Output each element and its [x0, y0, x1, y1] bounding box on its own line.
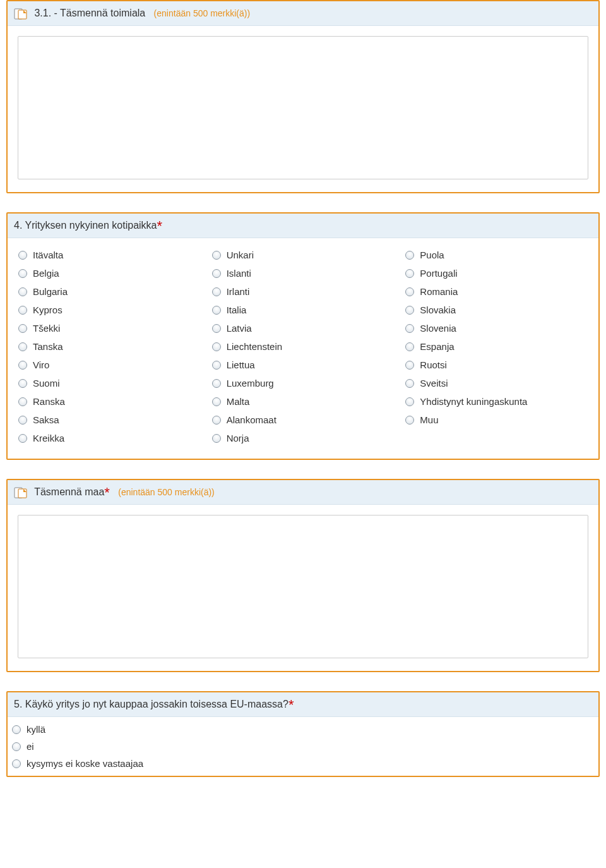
- required-mark: *: [104, 485, 110, 500]
- radio-icon[interactable]: [211, 287, 222, 297]
- country-option[interactable]: Suomi: [16, 374, 203, 392]
- country-option[interactable]: Muu: [403, 411, 590, 429]
- radio-icon[interactable]: [211, 378, 222, 389]
- country-option[interactable]: Bulgaria: [16, 282, 203, 301]
- svg-point-2: [19, 251, 27, 259]
- country-option[interactable]: Malta: [210, 392, 396, 411]
- svg-point-16: [212, 306, 220, 314]
- country-option[interactable]: Unkari: [210, 246, 396, 264]
- radio-icon[interactable]: [405, 287, 415, 297]
- radio-icon[interactable]: [405, 415, 415, 425]
- radio-icon[interactable]: [405, 360, 415, 370]
- radio-icon[interactable]: [11, 725, 21, 735]
- radio-icon[interactable]: [405, 268, 415, 279]
- svg-point-21: [212, 397, 220, 406]
- radio-icon[interactable]: [211, 342, 222, 352]
- country-option-label: Slovakia: [420, 304, 456, 315]
- radio-icon[interactable]: [18, 415, 28, 425]
- country-option[interactable]: Liechtenstein: [210, 337, 396, 356]
- q5-option[interactable]: ei: [10, 738, 596, 755]
- country-option[interactable]: Espanja: [403, 337, 590, 356]
- radio-icon[interactable]: [18, 250, 28, 260]
- radio-icon[interactable]: [18, 268, 28, 279]
- country-option[interactable]: Viro: [16, 356, 203, 374]
- q5-option[interactable]: kyllä: [10, 721, 596, 738]
- specify-country-block: Täsmennä maa* (enintään 500 merkki(ä)): [6, 479, 600, 672]
- country-option[interactable]: Kreikka: [16, 429, 203, 447]
- country-option[interactable]: Puola: [403, 246, 590, 264]
- radio-icon[interactable]: [11, 759, 21, 769]
- radio-icon[interactable]: [405, 250, 415, 260]
- radio-icon[interactable]: [211, 397, 222, 407]
- country-option[interactable]: Latvia: [210, 319, 396, 337]
- radio-icon[interactable]: [18, 360, 28, 370]
- country-option[interactable]: Norja: [210, 429, 396, 447]
- country-option-label: Unkari: [227, 250, 254, 260]
- radio-icon[interactable]: [211, 268, 222, 279]
- radio-icon[interactable]: [18, 323, 28, 334]
- radio-icon[interactable]: [211, 360, 222, 370]
- radio-icon[interactable]: [18, 433, 28, 443]
- country-option[interactable]: Portugali: [403, 264, 590, 282]
- country-option[interactable]: Slovakia: [403, 301, 590, 319]
- country-option[interactable]: Itävalta: [16, 246, 203, 264]
- country-option[interactable]: Saksa: [16, 411, 203, 429]
- radio-icon[interactable]: [405, 323, 415, 334]
- country-option-label: Sveitsi: [420, 378, 448, 389]
- radio-icon[interactable]: [211, 323, 222, 334]
- industry-textarea[interactable]: [18, 36, 588, 179]
- radio-icon[interactable]: [211, 305, 222, 315]
- country-option[interactable]: Tšekki: [16, 319, 203, 337]
- radio-icon[interactable]: [405, 305, 415, 315]
- country-column-1: ItävaltaBelgiaBulgariaKyprosTšekkiTanska…: [16, 246, 203, 447]
- specify-country-header: Täsmennä maa* (enintään 500 merkki(ä)): [8, 480, 598, 505]
- svg-point-3: [19, 269, 27, 277]
- radio-icon[interactable]: [18, 397, 28, 407]
- country-option-label: Irlanti: [227, 286, 250, 297]
- radio-icon[interactable]: [18, 378, 28, 389]
- country-option-label: Italia: [227, 304, 247, 315]
- country-option-label: Yhdistynyt kuningaskunta: [420, 396, 527, 407]
- country-option-label: Suomi: [33, 378, 60, 389]
- country-option[interactable]: Belgia: [16, 264, 203, 282]
- radio-icon[interactable]: [211, 415, 222, 425]
- radio-icon[interactable]: [11, 742, 21, 752]
- svg-point-33: [406, 416, 414, 424]
- country-option[interactable]: Slovenia: [403, 319, 590, 337]
- country-option[interactable]: Liettua: [210, 356, 396, 374]
- country-option-label: Latvia: [227, 323, 252, 334]
- svg-point-6: [19, 324, 27, 332]
- country-option[interactable]: Kypros: [16, 301, 203, 319]
- country-option[interactable]: Alankomaat: [210, 411, 396, 429]
- country-option[interactable]: Ranska: [16, 392, 203, 411]
- country-option[interactable]: Italia: [210, 301, 396, 319]
- radio-icon[interactable]: [18, 305, 28, 315]
- radio-icon[interactable]: [405, 378, 415, 389]
- radio-icon[interactable]: [405, 342, 415, 352]
- country-textarea[interactable]: [18, 515, 588, 658]
- country-option[interactable]: Islanti: [210, 264, 396, 282]
- svg-point-12: [19, 434, 27, 442]
- radio-icon[interactable]: [18, 287, 28, 297]
- radio-icon[interactable]: [211, 433, 222, 443]
- question-3-1-title: 3.1. - Täsmennä toimiala: [34, 8, 145, 18]
- country-option[interactable]: Ruotsi: [403, 356, 590, 374]
- country-option[interactable]: Sveitsi: [403, 374, 590, 392]
- svg-point-14: [212, 269, 220, 277]
- country-option[interactable]: Tanska: [16, 337, 203, 356]
- country-option-label: Islanti: [227, 268, 251, 279]
- country-option-label: Liettua: [227, 359, 255, 370]
- country-option[interactable]: Luxemburg: [210, 374, 396, 392]
- radio-icon[interactable]: [18, 342, 28, 352]
- country-option[interactable]: Yhdistynyt kuningaskunta: [403, 392, 590, 411]
- svg-point-28: [406, 324, 414, 332]
- country-option[interactable]: Irlanti: [210, 282, 396, 301]
- country-option-label: Kypros: [33, 304, 62, 315]
- required-mark: *: [288, 697, 294, 713]
- radio-icon[interactable]: [405, 397, 415, 407]
- q5-option[interactable]: kysymys ei koske vastaajaa: [10, 755, 596, 772]
- country-option-label: Puola: [420, 250, 444, 260]
- country-option[interactable]: Romania: [403, 282, 590, 301]
- radio-icon[interactable]: [211, 250, 222, 260]
- svg-point-18: [212, 342, 220, 351]
